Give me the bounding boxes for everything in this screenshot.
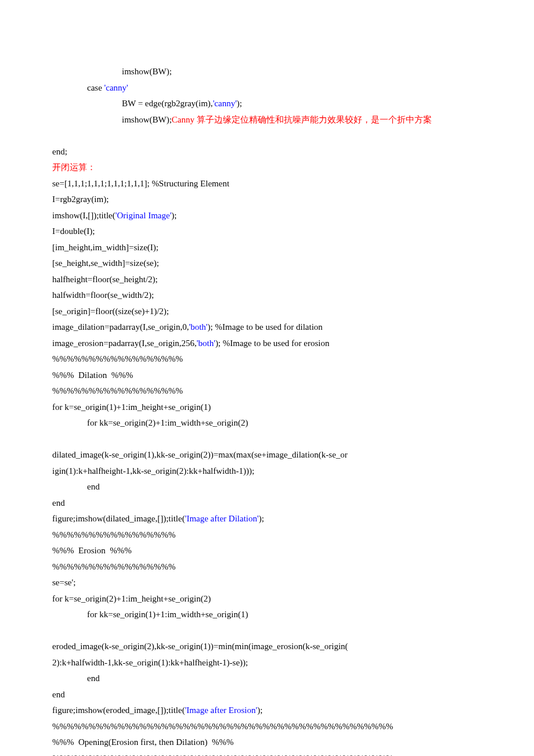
code-line: %%% Dilation %%% bbox=[52, 368, 482, 384]
code-token: halfwidth=floor(se_width/2); bbox=[52, 290, 154, 300]
code-token: 2):k+halfwidth-1,kk-se_origin(1):kk+half… bbox=[52, 658, 248, 667]
code-token: end bbox=[52, 690, 65, 699]
code-token: 'both' bbox=[197, 339, 215, 348]
code-token: ); bbox=[259, 514, 264, 523]
code-line: for k=se_origin(2)+1:im_height+se_origin… bbox=[52, 591, 482, 607]
code-line: %%%%%%%%%%%%%%%%%% bbox=[52, 351, 482, 368]
code-token: 'Image after Dilation' bbox=[185, 514, 259, 523]
code-line: figure;imshow(dilated_image,[]);title('I… bbox=[52, 511, 482, 527]
code-line bbox=[52, 623, 482, 639]
code-token: %%% Dilation %%% bbox=[52, 370, 133, 380]
code-token bbox=[52, 626, 55, 635]
code-line: dilated_image(k-se_origin(1),kk-se_origi… bbox=[52, 447, 482, 463]
code-line: figure;imshow(eroded_image,[]);title('Im… bbox=[52, 703, 482, 719]
code-line: image_dilation=padarray(I,se_origin,0,'b… bbox=[52, 319, 482, 336]
code-line: [se_origin]=floor((size(se)+1)/2); bbox=[52, 304, 482, 320]
code-token: %Image to be used for dilation bbox=[215, 322, 322, 332]
code-line: [se_height,se_width]=size(se); bbox=[52, 255, 482, 272]
code-token: se=se'; bbox=[52, 578, 75, 587]
code-line: %%% Opening(Erosion first, then Dilation… bbox=[52, 735, 482, 751]
code-token: %%%%%%%%%%%%%%%%% bbox=[52, 562, 175, 571]
code-token: 'canny' bbox=[104, 83, 128, 92]
code-line: %%%%%%%%%%%%%%%%%%%%%%%%%%%%%%%%%%%%%%%%… bbox=[52, 719, 482, 735]
code-line: se=se'; bbox=[52, 575, 482, 591]
document-page: imshow(BW);case 'canny'BW = edge(rgb2gra… bbox=[0, 0, 534, 756]
code-line: I=rgb2gray(im); bbox=[52, 192, 482, 208]
code-line: I=double(I); bbox=[52, 224, 482, 240]
code-token: 'canny' bbox=[213, 99, 237, 108]
code-token: imshow(BW); bbox=[122, 115, 172, 124]
code-token: %%%%%%%%%%%%%%%%% bbox=[52, 530, 175, 539]
code-token: 'Original Image' bbox=[116, 211, 172, 220]
code-token: figure;imshow(dilated_image,[]);title( bbox=[52, 514, 185, 523]
code-line: eroded_image(k-se_origin(2),kk-se_origin… bbox=[52, 639, 482, 655]
code-token: BW = edge(rgb2gray(im), bbox=[122, 99, 213, 108]
code-line: igin(1):k+halfheight-1,kk-se_origin(2):k… bbox=[52, 463, 482, 480]
code-line: halfheight=floor(se_height/2); bbox=[52, 272, 482, 288]
code-token: image_dilation=padarray(I,se_origin,0, bbox=[52, 322, 189, 332]
code-line: for kk=se_origin(2)+1:im_width+se_origin… bbox=[52, 415, 482, 431]
code-token: eroded_image(k-se_origin(2),kk-se_origin… bbox=[52, 642, 348, 651]
code-token: [se_origin]=floor((size(se)+1)/2); bbox=[52, 307, 169, 316]
code-token: 'Image after Erosion' bbox=[185, 705, 258, 715]
code-line: imshow(I,[]);title('Original Image'); bbox=[52, 208, 482, 224]
code-token: %%%%%%%%%%%%%%%%%% bbox=[52, 386, 183, 395]
code-line: halfwidth=floor(se_width/2); bbox=[52, 287, 482, 304]
code-token: %%%%%%%%%%%%%%%%%% bbox=[52, 354, 183, 363]
code-token: I=double(I); bbox=[52, 226, 95, 236]
code-line: case 'canny' bbox=[52, 80, 482, 96]
code-line: imshow(BW);Canny 算子边缘定位精确性和抗噪声能力效果较好，是一个… bbox=[52, 112, 482, 128]
code-line: end bbox=[52, 687, 482, 703]
code-token: end bbox=[87, 674, 100, 683]
code-token: %Structuring Element bbox=[151, 179, 229, 188]
code-line: %%% Erosion %%% bbox=[52, 543, 482, 559]
code-token: case bbox=[87, 83, 104, 92]
code-line: %%%%%%%%%%%%%%%%% bbox=[52, 559, 482, 575]
code-line: [im_height,im_width]=size(I); bbox=[52, 240, 482, 256]
code-line: image_erosion=padarray(I,se_origin,256,'… bbox=[52, 336, 482, 352]
code-token: Canny 算子边缘定位精确性和抗噪声能力效果较好，是一个折中方案 bbox=[172, 115, 432, 124]
code-line: %%%%%%%%%%%%%%%%%% bbox=[52, 383, 482, 399]
code-token: imshow(I,[]);title( bbox=[52, 211, 116, 220]
code-line bbox=[52, 431, 482, 448]
code-token: igin(1):k+halfheight-1,kk-se_origin(2):k… bbox=[52, 466, 254, 476]
code-token: ); bbox=[257, 705, 262, 715]
code-line: for k=se_origin(1)+1:im_height+se_origin… bbox=[52, 399, 482, 416]
code-token: se=[1,1,1;1,1,1;1,1,1;1,1,1]; bbox=[52, 179, 151, 188]
code-token: image_erosion=padarray(I,se_origin,256, bbox=[52, 339, 197, 348]
code-token: for kk=se_origin(2)+1:im_width+se_origin… bbox=[87, 418, 248, 427]
code-line: BW = edge(rgb2gray(im),'canny'); bbox=[52, 96, 482, 112]
code-line: 2):k+halfwidth-1,kk-se_origin(1):kk+half… bbox=[52, 655, 482, 671]
code-token: %%% Opening(Erosion first, then Dilation… bbox=[52, 737, 233, 747]
code-token: 'both' bbox=[189, 322, 207, 332]
code-token: imshow(BW); bbox=[122, 67, 172, 76]
code-line: %%%%%%%%%%%%%%%%%%%%%%%%%%%%%%%%%%%%%%%%… bbox=[52, 751, 482, 757]
code-line: %%%%%%%%%%%%%%%%% bbox=[52, 527, 482, 543]
code-token: halfheight=floor(se_height/2); bbox=[52, 275, 158, 284]
code-token bbox=[52, 434, 55, 444]
code-token: [se_height,se_width]=size(se); bbox=[52, 258, 159, 268]
code-token: dilated_image(k-se_origin(1),kk-se_origi… bbox=[52, 450, 348, 459]
code-token: [im_height,im_width]=size(I); bbox=[52, 243, 158, 252]
code-token: ); bbox=[215, 339, 223, 348]
code-token: %%%%%%%%%%%%%%%%%%%%%%%%%%%%%%%%%%%%%%%%… bbox=[52, 722, 393, 731]
code-token bbox=[52, 131, 55, 140]
code-line: for kk=se_origin(1)+1:im_width+se_origin… bbox=[52, 607, 482, 623]
code-token: ); bbox=[171, 211, 176, 220]
code-token: end; bbox=[52, 147, 67, 156]
code-token: %%%%%%%%%%%%%%%%%%%%%%%%%%%%%%%%%%%%%%%%… bbox=[52, 754, 393, 757]
code-token: end bbox=[87, 482, 100, 491]
code-line: 开闭运算： bbox=[52, 160, 482, 176]
code-token: for k=se_origin(2)+1:im_height+se_origin… bbox=[52, 594, 211, 603]
code-token: %Image to be used for erosion bbox=[223, 339, 330, 348]
code-line: imshow(BW); bbox=[52, 64, 482, 80]
code-token: for kk=se_origin(1)+1:im_width+se_origin… bbox=[87, 610, 248, 619]
code-line: end; bbox=[52, 144, 482, 160]
code-line bbox=[52, 128, 482, 144]
code-token: 开闭运算： bbox=[52, 163, 96, 172]
code-line: end bbox=[52, 495, 482, 512]
code-token: end bbox=[52, 498, 65, 507]
code-line: end bbox=[52, 671, 482, 687]
code-token: for k=se_origin(1)+1:im_height+se_origin… bbox=[52, 402, 211, 412]
code-token: ); bbox=[208, 322, 215, 332]
